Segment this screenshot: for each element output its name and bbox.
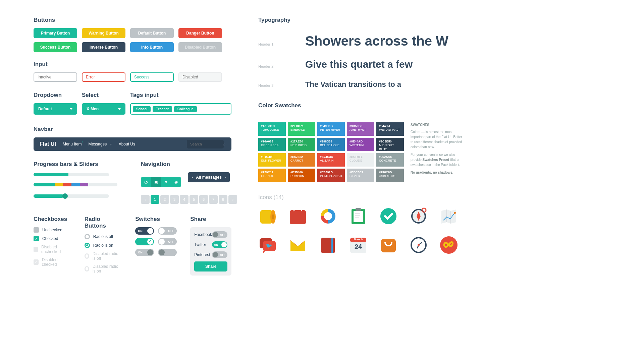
svg-rect-9 [355,216,360,216]
radio-disabled-on [85,266,89,272]
page-1[interactable]: 1 [151,195,159,204]
info-button[interactable]: Info Button [130,42,174,52]
dropdown-heading: Dropdown [34,92,77,99]
dropdown[interactable]: Default [34,103,77,115]
page-6[interactable]: 6 [199,195,208,204]
clock-icon[interactable]: ◔ [141,177,151,187]
share-button[interactable]: Share [194,261,227,272]
icons-heading: Icons (14) [258,194,610,201]
swatch-emerald: #2ECC71EMERALD [288,122,315,136]
swatch-alizarin: #E74C3CALIZARIN [317,153,345,167]
tag[interactable]: Teacher [153,106,172,112]
warning-button[interactable]: Warning Button [82,28,125,38]
checkbox-checked[interactable]: ✓ [34,236,39,241]
navbar: Flat UI Menu Item Messages About Us ⌕ [34,137,231,151]
page-2[interactable]: 2 [160,195,169,204]
switch-on-light[interactable]: ON [135,249,154,256]
checkboxes-heading: Checkboxes [34,216,71,223]
page-4[interactable]: 4 [180,195,189,204]
swatch-belize-hole: #2980B9BELIZE HOLE [317,138,345,151]
page-next[interactable]: › [228,195,237,204]
infinity-icon [439,236,458,254]
svg-point-15 [454,212,456,214]
nav-icon-group: ◔ ▣ ♥ ◉ [141,177,181,187]
tag[interactable]: School [133,106,151,112]
nav-about[interactable]: About Us [119,142,135,146]
clipboard-icon [349,207,368,226]
calendar-icon: March24 [349,236,368,254]
swatch-silver: #BDC3C7SILVER [347,169,374,182]
all-messages-button[interactable]: ‹ All messages › [188,172,230,182]
checkbox-disabled-checked: ✓ [34,259,39,265]
navbar-search-input[interactable] [187,140,224,148]
header2-label: Header 2 [258,64,285,68]
heart-icon[interactable]: ♥ [161,177,171,187]
camera-icon[interactable]: ▣ [151,177,161,187]
switch-on-check[interactable]: - [135,238,154,245]
share-heading: Share [190,216,231,223]
default-button[interactable]: Default Button [130,28,174,38]
swatch-clouds: #ECF0F1CLOUDS [347,153,374,167]
caret-down-icon [109,144,112,145]
toilet-paper-icon [258,207,277,226]
share-pinterest-toggle[interactable]: OFF [212,251,227,258]
disabled-button: Disabled Button [178,42,222,52]
page-8[interactable]: 8 [219,195,227,204]
svg-text:🐦: 🐦 [266,243,272,249]
swatch-nephritis: #27AE60NEPHRITIS [288,138,315,151]
nav-messages[interactable]: Messages [89,142,112,146]
select-heading: Select [82,92,125,99]
page-3[interactable]: 3 [170,195,179,204]
success-button[interactable]: Success Button [34,42,77,52]
switch-off[interactable]: OFF [158,227,177,235]
header3-label: Header 3 [258,83,285,87]
search-icon[interactable]: ⌕ [223,142,225,146]
svg-rect-8 [355,214,360,214]
check-badge-icon [379,207,398,226]
slider[interactable] [34,194,109,198]
pagination: ‹ 1 2 3 4 5 6 7 8 › [141,195,237,204]
header1-label: Header 1 [258,42,285,46]
tag[interactable]: Colleague [174,106,197,112]
page-prev[interactable]: ‹ [141,195,150,204]
select[interactable]: X-Men [82,103,125,115]
disabled-input [178,72,222,82]
primary-button[interactable]: Primary Button [34,28,77,38]
inverse-button[interactable]: Inverse Button [82,42,125,52]
radio-on[interactable] [85,243,90,248]
switch-off-2[interactable]: OFF [158,238,177,245]
inactive-input[interactable] [34,72,77,82]
svg-point-2 [272,214,274,220]
svg-rect-7 [356,208,361,211]
switch-on-dark[interactable]: ON [135,227,154,235]
danger-button[interactable]: Danger Button [178,28,222,38]
success-input[interactable] [130,72,174,82]
chat-icon: 🐦 [258,236,277,254]
select-label: X-Men [87,107,99,111]
share-facebook-toggle[interactable]: OFF [212,231,227,238]
error-input[interactable] [82,72,125,82]
checkbox-unchecked[interactable] [34,227,39,233]
icons-grid: 🐦 March24 [258,207,610,254]
header2-text: Give this quartet a few [305,59,413,70]
radio-disabled-off [85,253,89,259]
nav-menu-item[interactable]: Menu Item [63,142,82,146]
navbar-brand[interactable]: Flat UI [40,141,56,147]
chevron-right-icon: › [224,175,226,180]
header1-text: Showers across the W [305,34,448,49]
slider-handle[interactable] [62,193,68,199]
radio-heading: Radio Buttons [85,216,122,229]
page-5[interactable]: 5 [190,195,198,204]
caret-down-icon [70,108,72,110]
eye-icon[interactable]: ◉ [171,177,181,187]
share-twitter-toggle[interactable]: ON [212,241,227,248]
radio-off[interactable] [85,234,90,239]
switch-on-alt[interactable]: ON [158,249,177,256]
caret-down-icon [118,108,121,110]
header3-text: The Vatican transitions to a [305,80,401,89]
swatch-carrot: #E67E22CARROT [288,153,315,167]
swatch-peter-river: #3498DBPETER RIVER [317,122,345,136]
page-7[interactable]: 7 [209,195,218,204]
tags-input[interactable]: School Teacher Colleague [130,103,231,115]
bag-icon [379,236,398,254]
